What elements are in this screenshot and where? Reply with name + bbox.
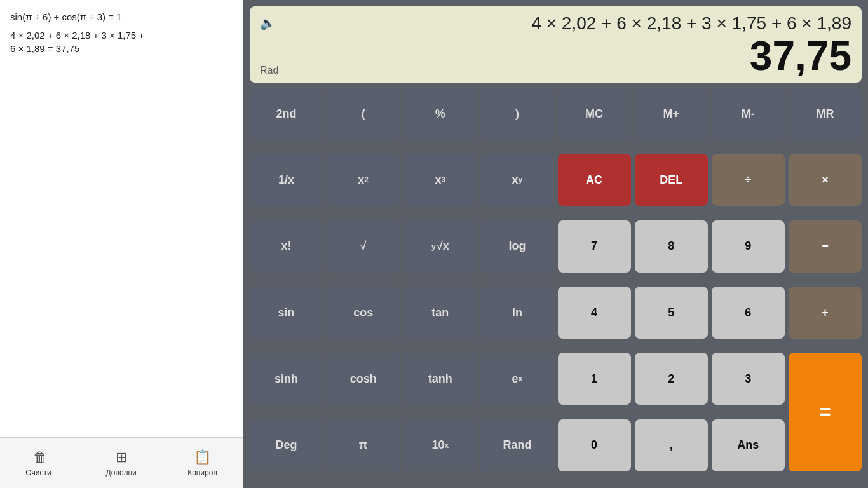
btn-factorial[interactable]: x! [250,220,323,273]
btn-add[interactable]: + [789,287,862,339]
btn-9[interactable]: 9 [712,220,785,273]
more-label: Дополни [106,468,137,477]
calculator-panel: 🔈 4 × 2,02 + 6 × 2,18 + 3 × 1,75 + 6 × 1… [243,0,868,488]
btn-m-minus[interactable]: M- [712,88,785,140]
copy-icon: 📋 [194,449,211,466]
btn-close-paren[interactable]: ) [480,88,553,140]
button-row-1: 2nd ( % ) MC M+ M- MR [250,88,862,150]
btn-cosh[interactable]: cosh [327,353,400,405]
btn-ln[interactable]: ln [480,287,553,339]
display: 🔈 4 × 2,02 + 6 × 2,18 + 3 × 1,75 + 6 × 1… [250,6,862,83]
btn-subtract[interactable]: − [789,220,862,273]
trash-icon: 🗑 [33,449,47,466]
btn-x-squared[interactable]: x2 [327,154,400,206]
display-top: 🔈 4 × 2,02 + 6 × 2,18 + 3 × 1,75 + 6 × 1… [260,13,851,34]
mode-label: Rad [260,65,278,76]
btn-rand[interactable]: Rand [480,419,553,471]
speaker-icon[interactable]: 🔈 [260,15,276,30]
btn-2[interactable]: 2 [635,353,708,405]
result: 37,75 [750,36,851,76]
btn-reciprocal[interactable]: 1/x [250,154,323,206]
history-item-2: 4 × 2,02 + 6 × 2,18 + 3 × 1,75 +6 × 1,89… [10,29,233,55]
btn-mc[interactable]: MC [558,88,631,140]
btn-tanh[interactable]: tanh [403,353,477,405]
btn-comma[interactable]: , [635,419,708,471]
more-button[interactable]: ⊞ Дополни [106,449,137,477]
btn-sin[interactable]: sin [250,287,323,339]
clear-label: Очистит [25,468,55,477]
btn-x-cubed[interactable]: x3 [403,154,477,206]
btn-cos[interactable]: cos [327,287,400,339]
btn-exp[interactable]: ex [480,353,553,405]
copy-button[interactable]: 📋 Копиров [187,449,217,477]
btn-pi[interactable]: π [327,419,400,471]
clear-button[interactable]: 🗑 Очистит [25,449,55,477]
btn-ac[interactable]: AC [558,154,631,206]
btn-sqrt[interactable]: √ [327,220,400,273]
btn-deg[interactable]: Deg [250,419,323,471]
bottom-toolbar: 🗑 Очистит ⊞ Дополни 📋 Копиров [0,437,243,488]
button-row-6: Deg π 10x Rand 0 , Ans = [250,419,862,482]
btn-2nd[interactable]: 2nd [250,88,323,140]
btn-yroot[interactable]: y√x [403,220,477,273]
button-row-4: sin cos tan ln 4 5 6 + [250,287,862,349]
btn-equals[interactable]: = [789,353,862,471]
btn-del[interactable]: DEL [635,154,708,206]
buttons-area: 2nd ( % ) MC M+ M- MR 1/x x2 x3 xy AC DE… [250,88,862,482]
button-row-5: sinh cosh tanh ex 1 2 3 = [250,353,862,415]
btn-percent[interactable]: % [403,88,477,140]
display-bottom: Rad 37,75 [260,36,851,76]
btn-divide[interactable]: ÷ [712,154,785,206]
btn-6[interactable]: 6 [712,287,785,339]
btn-3[interactable]: 3 [712,353,785,405]
btn-multiply[interactable]: × [789,154,862,206]
btn-7[interactable]: 7 [558,220,631,273]
btn-mr[interactable]: MR [789,88,862,140]
btn-8[interactable]: 8 [635,220,708,273]
grid-icon: ⊞ [116,449,127,466]
copy-label: Копиров [187,468,217,477]
btn-5[interactable]: 5 [635,287,708,339]
left-panel: sin(π ÷ 6) + cos(π ÷ 3) = 1 4 × 2,02 + 6… [0,0,243,488]
btn-sinh[interactable]: sinh [250,353,323,405]
button-row-3: x! √ y√x log 7 8 9 − [250,220,862,283]
history-item-1: sin(π ÷ 6) + cos(π ÷ 3) = 1 [10,10,233,24]
btn-0[interactable]: 0 [558,419,631,471]
expression: 4 × 2,02 + 6 × 2,18 + 3 × 1,75 + 6 × 1,8… [282,13,851,34]
btn-open-paren[interactable]: ( [327,88,400,140]
btn-1[interactable]: 1 [558,353,631,405]
btn-x-power-y[interactable]: xy [480,154,553,206]
btn-tan[interactable]: tan [403,287,477,339]
history-area: sin(π ÷ 6) + cos(π ÷ 3) = 1 4 × 2,02 + 6… [0,0,243,437]
btn-m-plus[interactable]: M+ [635,88,708,140]
btn-log[interactable]: log [480,220,553,273]
button-row-2: 1/x x2 x3 xy AC DEL ÷ × [250,154,862,216]
btn-10x[interactable]: 10x [403,419,477,471]
btn-4[interactable]: 4 [558,287,631,339]
btn-ans[interactable]: Ans [712,419,785,471]
